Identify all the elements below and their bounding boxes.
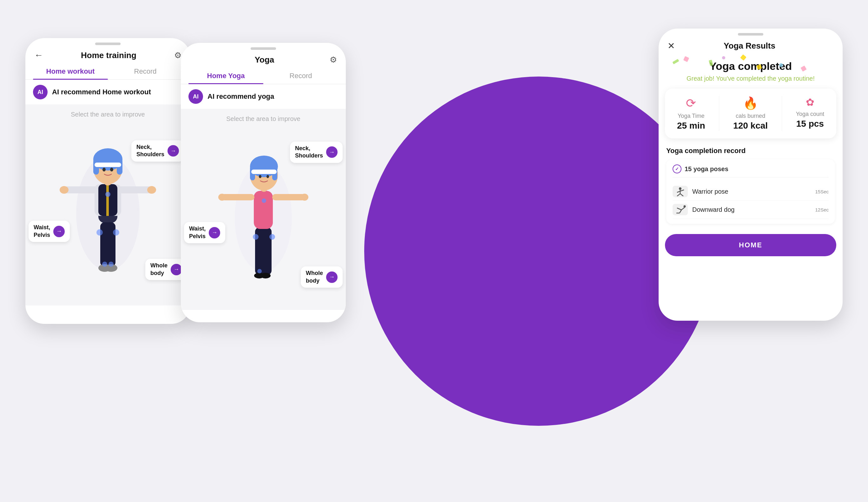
svg-line-52 — [677, 191, 680, 192]
pose-name-warrior: Warrior pose — [692, 188, 810, 195]
svg-point-47 — [257, 269, 262, 273]
chip-arrow: → — [209, 227, 220, 239]
phone2-tabs: Home Yoga Record — [181, 67, 346, 84]
svg-rect-32 — [221, 194, 255, 200]
yoga-completed-title: Yoga completed — [665, 60, 836, 72]
pose-row-downward-dog: Downward dog 12Sec — [673, 201, 829, 219]
phone1-select-label: Select the area to improve — [25, 104, 190, 121]
record-section: Yoga completion record ✓ 15 yoga poses — [659, 142, 843, 229]
svg-point-22 — [96, 229, 103, 235]
stat-yoga-time: ⟳ Yoga Time 25 min — [677, 96, 705, 131]
confetti-8 — [722, 56, 725, 59]
phone2-notch — [251, 47, 276, 50]
phone3-notch — [738, 33, 763, 36]
whole-body-chip-2[interactable]: Wholebody → — [301, 267, 343, 288]
confetti-4 — [779, 63, 783, 67]
svg-rect-18 — [105, 222, 115, 267]
scene: ← Home training ⚙ Home workout Record AI… — [0, 0, 868, 502]
chip-arrow: → — [167, 145, 179, 157]
svg-point-45 — [253, 234, 259, 240]
tab-home-workout[interactable]: Home workout — [33, 63, 108, 79]
record-card: ✓ 15 yoga poses — [666, 159, 835, 224]
tab-home-yoga[interactable]: Home Yoga — [188, 67, 263, 84]
phone3-top-bar — [659, 29, 843, 38]
svg-line-57 — [680, 210, 681, 213]
close-button[interactable]: ✕ — [668, 41, 675, 51]
ai-badge-2: AI — [188, 89, 203, 104]
svg-point-30 — [260, 273, 271, 279]
svg-point-16 — [110, 168, 113, 171]
stat-value-cals: 120 kcal — [733, 121, 768, 131]
svg-point-48 — [679, 187, 681, 190]
tab-record-1[interactable]: Record — [108, 63, 183, 79]
svg-point-7 — [60, 186, 69, 194]
phone2-top-bar — [181, 43, 346, 52]
chip-arrow: → — [326, 147, 338, 158]
svg-rect-4 — [106, 184, 109, 216]
phone3-title: Yoga Results — [724, 41, 775, 51]
settings-icon-2[interactable]: ⚙ — [330, 55, 337, 65]
neck-shoulders-chip-2[interactable]: Neck,Shoulders → — [290, 142, 343, 163]
ai-text-2: AI recommend yoga — [207, 92, 274, 101]
svg-rect-31 — [254, 191, 273, 229]
stat-label-time: Yoga Time — [677, 113, 705, 119]
phone1-header: ← Home training ⚙ — [25, 47, 190, 63]
svg-point-25 — [108, 262, 114, 267]
phone3-header: ✕ Yoga Results — [659, 38, 843, 54]
chip-text: Wholebody — [306, 270, 323, 284]
downward-dog-icon — [673, 204, 688, 215]
chip-text: Neck,Shoulders — [136, 143, 164, 159]
chip-text: Neck,Shoulders — [295, 145, 323, 160]
svg-point-46 — [269, 234, 275, 240]
tab-record-2[interactable]: Record — [263, 67, 338, 84]
svg-point-24 — [102, 262, 107, 267]
svg-point-8 — [147, 186, 156, 194]
home-button[interactable]: HOME — [665, 234, 836, 256]
record-total-text: 15 yoga poses — [685, 165, 728, 173]
svg-line-50 — [677, 194, 680, 196]
phone2-ai-bar[interactable]: AI AI recommend yoga — [181, 84, 346, 109]
phone2-avatar-container: Neck,Shoulders → Waist,Pelvis → Wholebod… — [181, 126, 346, 310]
svg-rect-33 — [272, 194, 305, 200]
chip-arrow: → — [53, 226, 65, 237]
back-button[interactable]: ← — [34, 50, 43, 60]
neck-shoulders-chip-1[interactable]: Neck,Shoulders → — [131, 140, 184, 162]
phone1-ai-bar[interactable]: AI AI recommend Home workout — [25, 80, 190, 104]
yoga-completed-sub: Great job! You've completed the yoga rou… — [665, 75, 836, 82]
warrior-pose-icon — [673, 186, 688, 197]
svg-point-34 — [218, 194, 226, 201]
settings-icon[interactable]: ⚙ — [174, 50, 182, 60]
phone2-body-area: Select the area to improve — [181, 109, 346, 310]
pose-time-downward-dog: 12Sec — [815, 207, 829, 213]
svg-point-44 — [262, 199, 266, 203]
waist-pelvis-chip-1[interactable]: Waist,Pelvis → — [29, 221, 70, 242]
stat-cals: 🔥 cals burned 120 kcal — [733, 96, 768, 131]
svg-point-42 — [259, 175, 261, 178]
stat-value-count: 15 pcs — [796, 119, 824, 129]
record-total: ✓ 15 yoga poses — [673, 164, 829, 178]
chip-arrow: → — [326, 271, 338, 283]
phone-home-training: ← Home training ⚙ Home workout Record AI… — [25, 38, 190, 324]
phone1-title: Home training — [81, 50, 136, 60]
phone-yoga-results: ✕ Yoga Results Yoga completed Great job!… — [659, 29, 843, 321]
chip-text: Waist,Pelvis — [189, 225, 206, 240]
pose-row-warrior: Warrior pose 15Sec — [673, 183, 829, 201]
svg-line-55 — [681, 207, 685, 210]
ai-badge-1: AI — [33, 85, 48, 99]
svg-point-43 — [267, 175, 269, 178]
waist-pelvis-chip-2[interactable]: Waist,Pelvis → — [184, 222, 225, 243]
phone2-title: Yoga — [255, 55, 275, 65]
ai-text-1: AI recommend Home workout — [52, 88, 151, 96]
svg-point-54 — [684, 205, 686, 208]
stat-divider-1 — [719, 96, 719, 131]
stat-label-cals: cals burned — [733, 113, 768, 119]
stats-card: ⟳ Yoga Time 25 min 🔥 cals burned 120 kca… — [665, 89, 836, 139]
svg-rect-28 — [261, 227, 271, 275]
stat-count: ✿ Yoga count 15 pcs — [796, 96, 824, 131]
svg-point-21 — [105, 192, 111, 197]
lotus-icon: ✿ — [796, 96, 824, 108]
phone2-header: Yoga ⚙ — [181, 52, 346, 67]
phone1-top-bar — [25, 38, 190, 47]
phone1-notch — [95, 42, 121, 45]
phone1-avatar-container: Neck,Shoulders → Waist,Pelvis → Wholebod… — [25, 121, 190, 305]
